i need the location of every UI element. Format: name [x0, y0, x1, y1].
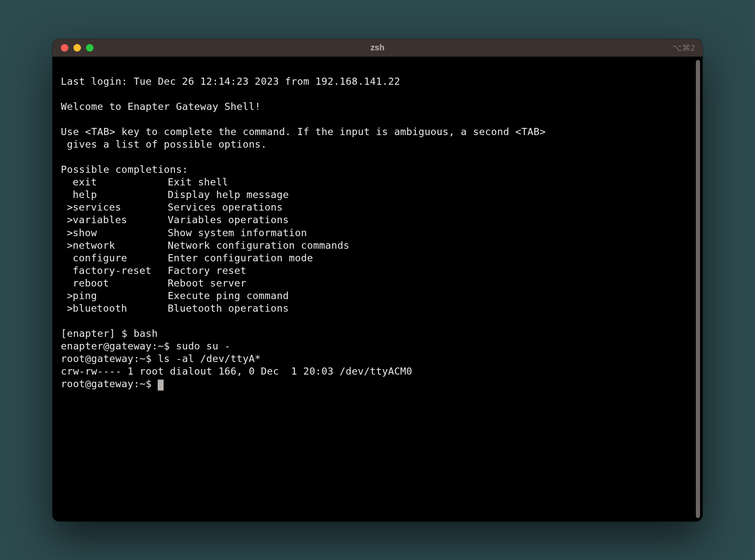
completion-description: Variables operations	[168, 214, 289, 226]
completion-row: > servicesServices operations	[61, 201, 687, 214]
completion-description: Bluetooth operations	[168, 302, 289, 314]
completion-marker: >	[61, 289, 73, 302]
terminal-area[interactable]: Last login: Tue Dec 26 12:14:23 2023 fro…	[52, 57, 703, 521]
completion-marker	[61, 176, 73, 188]
completion-description: Execute ping command	[168, 290, 289, 302]
session-line: root@gateway:~$ ls -al /dev/ttyA*	[61, 353, 261, 365]
maximize-icon[interactable]	[86, 44, 94, 52]
window-shortcut-indicator: ⌥⌘2	[672, 43, 695, 53]
titlebar: zsh ⌥⌘2	[52, 39, 703, 57]
completion-row: exitExit shell	[61, 176, 687, 188]
window-title: zsh	[52, 43, 703, 52]
completion-command: factory-reset	[73, 264, 167, 277]
scrollbar[interactable]	[696, 60, 700, 518]
completion-command: ping	[73, 289, 167, 302]
completion-command: configure	[73, 252, 167, 264]
session-line: [enapter] $ bash	[61, 328, 158, 339]
completion-description: Network configuration commands	[168, 240, 349, 251]
completion-marker: >	[61, 201, 73, 214]
completion-marker: >	[61, 227, 73, 239]
cursor-icon	[158, 380, 164, 391]
completion-marker: >	[61, 214, 73, 226]
completion-row: > showShow system information	[61, 227, 687, 239]
completion-command: reboot	[73, 277, 167, 289]
completion-row: rebootReboot server	[61, 277, 687, 289]
completions-header: Possible completions:	[61, 164, 188, 175]
last-login-line: Last login: Tue Dec 26 12:14:23 2023 fro…	[61, 76, 400, 87]
session-line: enapter@gateway:~$ sudo su -	[61, 340, 231, 352]
completion-description: Enter configuration mode	[168, 252, 313, 264]
completion-marker: >	[61, 239, 73, 252]
completion-description: Services operations	[168, 201, 283, 213]
completion-description: Exit shell	[168, 176, 228, 188]
completion-description: Reboot server	[168, 277, 247, 289]
completion-marker	[61, 277, 73, 289]
completion-marker	[61, 252, 73, 264]
completion-command: variables	[73, 214, 167, 226]
completion-row: > networkNetwork configuration commands	[61, 239, 687, 252]
completion-row: configureEnter configuration mode	[61, 252, 687, 264]
prompt[interactable]: root@gateway:~$	[61, 378, 158, 390]
completion-row: factory-resetFactory reset	[61, 264, 687, 277]
hint-line-1: Use <TAB> key to complete the command. I…	[61, 126, 546, 138]
welcome-line: Welcome to Enapter Gateway Shell!	[61, 101, 261, 112]
completion-marker	[61, 264, 73, 277]
hint-line-2: gives a list of possible options.	[61, 138, 267, 150]
completion-description: Display help message	[168, 189, 289, 201]
completion-row: helpDisplay help message	[61, 188, 687, 201]
completion-marker: >	[61, 302, 73, 315]
terminal-output[interactable]: Last login: Tue Dec 26 12:14:23 2023 fro…	[52, 57, 696, 521]
minimize-icon[interactable]	[73, 44, 81, 52]
completion-description: Show system information	[168, 227, 307, 239]
completion-row: > pingExecute ping command	[61, 289, 687, 302]
completion-row: > variablesVariables operations	[61, 214, 687, 226]
completion-command: services	[73, 201, 167, 214]
session-line: crw-rw---- 1 root dialout 166, 0 Dec 1 2…	[61, 365, 412, 377]
completion-row: > bluetoothBluetooth operations	[61, 302, 687, 315]
completion-description: Factory reset	[168, 265, 247, 276]
terminal-window: zsh ⌥⌘2 Last login: Tue Dec 26 12:14:23 …	[52, 39, 703, 521]
completions-list: exitExit shell helpDisplay help message …	[61, 176, 687, 315]
traffic-lights	[52, 44, 94, 52]
completion-command: exit	[73, 176, 167, 188]
completion-command: show	[73, 227, 167, 239]
completion-command: help	[73, 188, 167, 201]
completion-marker	[61, 188, 73, 201]
completion-command: network	[73, 239, 167, 252]
completion-command: bluetooth	[73, 302, 167, 315]
close-icon[interactable]	[61, 44, 68, 52]
